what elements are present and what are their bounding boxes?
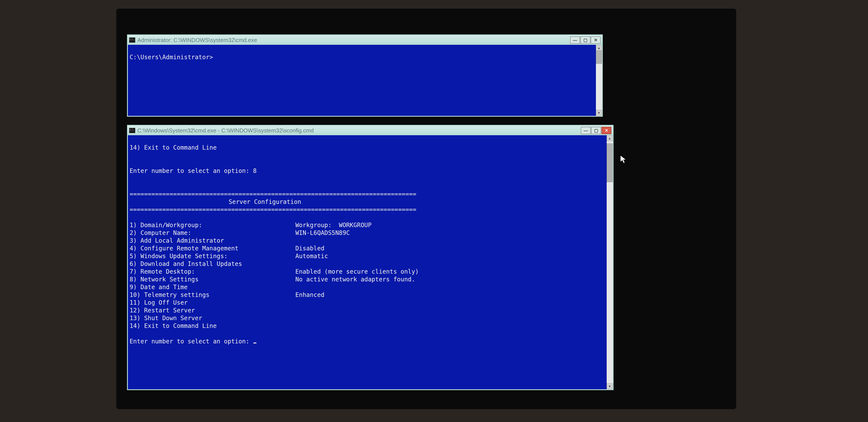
window-title: Administrator: C:\WINDOWS\system32\cmd.e… [137, 37, 570, 43]
sconfig-menu-label: 3) Add Local Administrator [130, 237, 296, 245]
prev-menu-item: 14) Exit to Command Line [130, 144, 217, 151]
divider: ========================================… [130, 206, 416, 213]
console-output[interactable]: C:\Users\Administrator> ▲ ▼ [128, 45, 602, 116]
sconfig-menu-label: 9) Date and Time [130, 283, 296, 291]
sconfig-menu-value: WIN-L6QADS5N89C [296, 229, 350, 237]
console-output[interactable]: 14) Exit to Command Line Enter number to… [128, 135, 613, 389]
sconfig-menu-label: 13) Shut Down Server [130, 314, 296, 322]
sconfig-menu-row: 10) Telemetry settingsEnhanced [130, 291, 611, 299]
minimize-button[interactable]: — [581, 127, 591, 134]
sconfig-menu: 1) Domain/Workgroup:Workgroup: WORKGROUP… [130, 221, 611, 330]
cmd-icon [129, 37, 135, 42]
cmd-window-admin: Administrator: C:\WINDOWS\system32\cmd.e… [127, 34, 603, 117]
prompt-line: C:\Users\Administrator> [130, 54, 213, 61]
sconfig-menu-row: 3) Add Local Administrator [130, 237, 611, 245]
sconfig-menu-row: 7) Remote Desktop:Enabled (more secure c… [130, 268, 611, 276]
prev-prompt: Enter number to select an option: 8 [130, 167, 257, 174]
sconfig-menu-row: 1) Domain/Workgroup:Workgroup: WORKGROUP [130, 221, 611, 229]
sconfig-menu-label: 11) Log Off User [130, 299, 296, 307]
window-controls: — ▢ ✕ [570, 36, 600, 44]
scroll-track[interactable] [607, 141, 613, 383]
sconfig-menu-row: 13) Shut Down Server [130, 314, 611, 322]
scroll-up-button[interactable]: ▲ [607, 135, 613, 141]
sconfig-menu-row: 2) Computer Name:WIN-L6QADS5N89C [130, 229, 611, 237]
sconfig-menu-row: 6) Download and Install Updates [130, 260, 611, 268]
sconfig-menu-row: 12) Restart Server [130, 307, 611, 314]
titlebar[interactable]: C:\Windows\System32\cmd.exe - C:\WINDOWS… [128, 126, 613, 135]
sconfig-menu-value: Disabled [296, 245, 324, 252]
scroll-track[interactable] [596, 51, 602, 110]
sconfig-menu-label: 7) Remote Desktop: [130, 268, 296, 276]
sconfig-menu-label: 12) Restart Server [130, 307, 296, 314]
sconfig-menu-label: 5) Windows Update Settings: [130, 252, 296, 260]
sconfig-prompt: Enter number to select an option: [130, 338, 253, 345]
desktop: Administrator: C:\WINDOWS\system32\cmd.e… [116, 9, 736, 409]
cursor [253, 342, 256, 343]
sconfig-header: Server Configuration [130, 198, 611, 206]
sconfig-menu-label: 6) Download and Install Updates [130, 260, 296, 268]
sconfig-menu-label: 1) Domain/Workgroup: [130, 221, 296, 229]
scroll-down-button[interactable]: ▼ [596, 110, 602, 116]
scrollbar[interactable]: ▲ ▼ [607, 135, 613, 389]
sconfig-menu-label: 8) Network Settings [130, 276, 296, 283]
sconfig-menu-row: 8) Network SettingsNo active network ada… [130, 276, 611, 283]
sconfig-menu-row: 9) Date and Time [130, 283, 611, 291]
cmd-window-sconfig: C:\Windows\System32\cmd.exe - C:\WINDOWS… [127, 125, 614, 390]
sconfig-menu-label: 2) Computer Name: [130, 229, 296, 237]
sconfig-menu-label: 10) Telemetry settings [130, 291, 296, 299]
window-controls: — ▢ ✕ [581, 127, 611, 134]
sconfig-menu-label: 4) Configure Remote Management [130, 245, 296, 252]
sconfig-menu-label: 14) Exit to Command Line [130, 322, 296, 330]
window-title: C:\Windows\System32\cmd.exe - C:\WINDOWS… [137, 127, 581, 134]
sconfig-menu-row: 5) Windows Update Settings:Automatic [130, 252, 611, 260]
titlebar[interactable]: Administrator: C:\WINDOWS\system32\cmd.e… [128, 35, 602, 45]
close-button[interactable]: ✕ [601, 127, 611, 134]
sconfig-menu-row: 11) Log Off User [130, 299, 611, 307]
minimize-button[interactable]: — [570, 36, 580, 44]
sconfig-menu-value: Workgroup: WORKGROUP [296, 221, 372, 229]
sconfig-menu-row: 14) Exit to Command Line [130, 322, 611, 330]
sconfig-menu-row: 4) Configure Remote ManagementDisabled [130, 245, 611, 252]
close-button[interactable]: ✕ [591, 36, 600, 44]
scroll-up-button[interactable]: ▲ [596, 45, 602, 51]
sconfig-menu-value: Enhanced [296, 291, 324, 299]
scrollbar[interactable]: ▲ ▼ [596, 45, 602, 116]
sconfig-menu-value: No active network adapters found. [296, 276, 415, 283]
scroll-thumb[interactable] [596, 51, 602, 64]
maximize-button[interactable]: ▢ [580, 36, 590, 44]
sconfig-menu-value: Automatic [296, 252, 328, 260]
scroll-down-button[interactable]: ▼ [607, 383, 613, 389]
divider: ========================================… [130, 190, 416, 198]
scroll-thumb[interactable] [607, 143, 613, 182]
sconfig-menu-value: Enabled (more secure clients only) [296, 268, 419, 276]
maximize-button[interactable]: ▢ [591, 127, 601, 134]
cmd-icon [129, 128, 135, 133]
